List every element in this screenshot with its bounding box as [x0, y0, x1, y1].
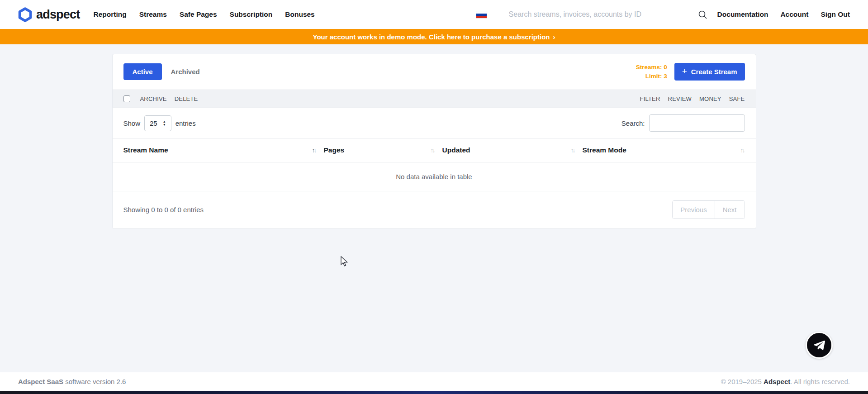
global-search-input[interactable]	[509, 10, 690, 19]
show-label: Show	[123, 119, 141, 127]
nav-item-subscription[interactable]: Subscription	[230, 10, 273, 19]
russian-flag-icon[interactable]	[476, 11, 487, 19]
delete-action[interactable]: DELETE	[175, 95, 198, 102]
sort-icon: ↑↓	[312, 147, 316, 154]
main-nav: Reporting Streams Safe Pages Subscriptio…	[93, 10, 314, 19]
table-controls: Show 25 ▲▼ entries Search:	[113, 108, 756, 138]
streams-card: Active Archived Streams: 0 Limit: 3 + Cr…	[112, 54, 756, 229]
telegram-icon	[813, 339, 825, 351]
window-edge-bar	[0, 391, 868, 394]
next-page-button[interactable]: Next	[715, 201, 745, 218]
entries-label: entries	[175, 119, 196, 127]
streams-limit: Limit: 3	[636, 72, 667, 81]
demo-mode-banner[interactable]: Your account works in demo mode. Click h…	[0, 29, 868, 44]
nav-item-sign-out[interactable]: Sign Out	[821, 10, 850, 19]
entries-summary: Showing 0 to 0 of 0 entries	[123, 206, 204, 214]
tab-archived[interactable]: Archived	[171, 68, 200, 76]
create-stream-label: Create Stream	[691, 68, 737, 76]
table-empty-message: No data available in table	[113, 162, 756, 191]
navbar-right: Documentation Account Sign Out	[476, 10, 850, 19]
filter-action[interactable]: FILTER	[640, 95, 660, 102]
main-content: Active Archived Streams: 0 Limit: 3 + Cr…	[0, 44, 868, 372]
stream-quota: Streams: 0 Limit: 3	[636, 63, 667, 81]
chevron-right-icon: ›	[553, 33, 555, 41]
sort-icon: ↑↓	[740, 147, 744, 154]
card-header-right: Streams: 0 Limit: 3 + Create Stream	[636, 63, 745, 81]
account-nav: Documentation Account Sign Out	[717, 10, 850, 19]
page-footer: Adspect SaaS software version 2.6 © 2019…	[0, 372, 868, 391]
copyright-text: © 2019–2025 Adspect. All rights reserved…	[721, 378, 850, 385]
card-header: Active Archived Streams: 0 Limit: 3 + Cr…	[113, 54, 756, 90]
brand-name: adspect	[36, 8, 80, 22]
bulk-actions-toolbar: ARCHIVE DELETE FILTER REVIEW MONEY SAFE	[113, 90, 756, 108]
column-header-updated[interactable]: Updated ↑↓	[442, 146, 583, 154]
pagination: Previous Next	[672, 200, 745, 219]
hexagon-logo-icon	[18, 7, 32, 22]
nav-item-bonuses[interactable]: Bonuses	[285, 10, 314, 19]
adspect-logo[interactable]: adspect	[18, 7, 80, 22]
nav-item-account[interactable]: Account	[780, 10, 808, 19]
select-all-checkbox[interactable]	[123, 95, 130, 102]
search-icon[interactable]	[698, 10, 707, 19]
table-search-label: Search:	[621, 119, 645, 127]
create-stream-button[interactable]: + Create Stream	[674, 63, 745, 81]
archive-action[interactable]: ARCHIVE	[140, 95, 167, 102]
money-action[interactable]: MONEY	[699, 95, 721, 102]
table-search: Search:	[621, 114, 745, 132]
plus-icon: +	[682, 67, 687, 76]
top-navbar: adspect Reporting Streams Safe Pages Sub…	[0, 0, 868, 29]
sort-icon: ↑↓	[571, 147, 574, 154]
nav-item-reporting[interactable]: Reporting	[93, 10, 126, 19]
column-header-pages[interactable]: Pages ↑↓	[324, 146, 442, 154]
review-action[interactable]: REVIEW	[668, 95, 692, 102]
mode-actions: FILTER REVIEW MONEY SAFE	[640, 95, 745, 102]
nav-item-documentation[interactable]: Documentation	[717, 10, 768, 19]
previous-page-button[interactable]: Previous	[673, 201, 715, 218]
nav-item-safe-pages[interactable]: Safe Pages	[180, 10, 217, 19]
page-size-select[interactable]: 25 ▲▼	[144, 115, 171, 131]
demo-banner-text: Your account works in demo mode. Click h…	[313, 33, 550, 41]
sort-icon: ↑↓	[431, 147, 434, 154]
safe-action[interactable]: SAFE	[729, 95, 745, 102]
streams-count: Streams: 0	[636, 63, 667, 72]
telegram-chat-button[interactable]	[806, 332, 833, 359]
version-text: Adspect SaaS software version 2.6	[18, 378, 126, 385]
table-header-row: Stream Name ↑↓ Pages ↑↓ Updated ↑↓ Strea…	[113, 138, 756, 162]
page-size-value: 25	[150, 119, 157, 127]
card-footer: Showing 0 to 0 of 0 entries Previous Nex…	[113, 191, 756, 228]
nav-item-streams[interactable]: Streams	[139, 10, 167, 19]
column-header-stream-name[interactable]: Stream Name ↑↓	[123, 146, 324, 154]
column-header-stream-mode[interactable]: Stream Mode ↑↓	[583, 146, 745, 154]
bulk-actions: ARCHIVE DELETE	[140, 95, 198, 102]
tab-active[interactable]: Active	[123, 63, 162, 80]
select-arrows-icon: ▲▼	[163, 120, 166, 127]
table-search-input[interactable]	[649, 114, 745, 132]
